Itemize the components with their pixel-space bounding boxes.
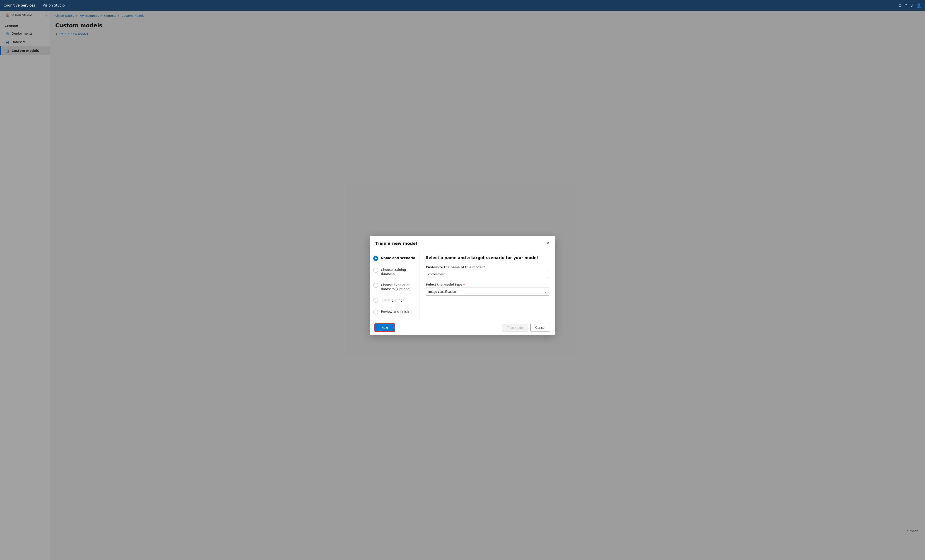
wizard-step-label-3: Choose evaluation datasets (Optional) [381, 282, 416, 291]
wizard-step-circle-2 [373, 268, 378, 273]
account-icon[interactable]: 👤 [916, 3, 921, 8]
wizard-step-label-1: Name and scenario [381, 255, 415, 260]
chevron-down-icon[interactable]: ∨ [910, 3, 913, 8]
wizard-step-label-2: Choose training datasets [381, 267, 416, 276]
model-type-select[interactable]: Image classification Object detection Pr… [426, 288, 549, 296]
topbar: Cognitive Services | Vision Studio ⚙ ? ∨… [0, 0, 925, 11]
wizard-step-label-4: Training budget [381, 297, 406, 302]
model-name-label: Customize the name of this model * [426, 266, 549, 269]
model-name-input[interactable] [426, 270, 549, 278]
wizard-content-panel: Select a name and a target scenario for … [419, 250, 555, 320]
modal-footer: Next Train model Cancel [370, 320, 555, 335]
topbar-title: Cognitive Services [4, 3, 35, 8]
topbar-separator: | [38, 3, 39, 8]
wizard-steps-panel: Name and scenario Choose training datase… [370, 250, 419, 320]
wizard-step-evaluation-datasets: Choose evaluation datasets (Optional) [373, 282, 416, 291]
wizard-step-connector-2 [376, 276, 376, 282]
modal-close-button[interactable]: ✕ [545, 240, 550, 246]
train-model-button: Train model [502, 324, 528, 332]
model-type-label: Select the model type * [426, 283, 549, 286]
settings-icon[interactable]: ⚙ [898, 3, 902, 8]
model-type-group: Select the model type * Image classifica… [426, 283, 549, 296]
wizard-step-connector-1 [376, 261, 376, 267]
modal-title: Train a new model [375, 241, 417, 246]
next-button[interactable]: Next [375, 324, 394, 331]
wizard-content-title: Select a name and a target scenario for … [426, 255, 549, 260]
topbar-left: Cognitive Services | Vision Studio [4, 3, 65, 8]
topbar-icons: ⚙ ? ∨ 👤 [898, 3, 921, 8]
wizard-step-training-budget: Training budget [373, 297, 416, 303]
modal-overlay: Train a new model ✕ Name and scenario Ch… [0, 11, 925, 560]
wizard-step-connector-4 [376, 303, 376, 309]
wizard-step-circle-1 [373, 256, 378, 261]
model-type-select-wrapper: Image classification Object detection Pr… [426, 288, 549, 296]
modal-body: Name and scenario Choose training datase… [370, 250, 555, 320]
wizard-step-label-5: Review and finish [381, 309, 409, 314]
model-name-required: * [484, 266, 485, 269]
wizard-step-circle-3 [373, 283, 378, 288]
wizard-step-circle-4 [373, 298, 378, 303]
wizard-step-connector-3 [376, 291, 376, 297]
modal-header: Train a new model ✕ [370, 236, 555, 250]
model-name-group: Customize the name of this model * [426, 266, 549, 278]
model-type-required: * [463, 283, 465, 286]
wizard-step-name-scenario: Name and scenario [373, 255, 416, 261]
topbar-subtitle: Vision Studio [42, 3, 65, 8]
help-icon[interactable]: ? [905, 3, 907, 8]
train-model-modal: Train a new model ✕ Name and scenario Ch… [370, 236, 555, 335]
wizard-step-circle-5 [373, 309, 378, 314]
wizard-step-review-finish: Review and finish [373, 309, 416, 314]
wizard-step-training-datasets: Choose training datasets [373, 267, 416, 276]
cancel-button[interactable]: Cancel [530, 324, 550, 332]
